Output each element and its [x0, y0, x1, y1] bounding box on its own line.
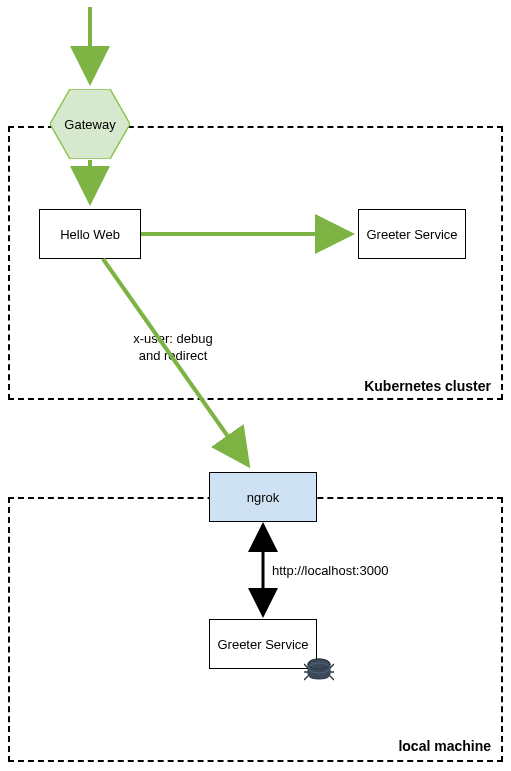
kubernetes-cluster-box: [8, 126, 503, 400]
hello-web-node: Hello Web: [39, 209, 141, 259]
localhost-label: http://localhost:3000: [272, 563, 422, 580]
debug-redirect-label: x-user: debug and redirect: [118, 331, 228, 365]
gateway-node: Gateway: [50, 89, 130, 159]
kubernetes-cluster-label: Kubernetes cluster: [364, 378, 491, 394]
svg-line-8: [304, 676, 308, 680]
greeter-service-top-label: Greeter Service: [366, 227, 457, 242]
ngrok-label: ngrok: [247, 490, 280, 505]
local-machine-label: local machine: [398, 738, 491, 754]
diagram-canvas: Kubernetes cluster local machine Gateway…: [0, 0, 511, 771]
greeter-service-top-node: Greeter Service: [358, 209, 466, 259]
svg-line-5: [330, 664, 334, 668]
greeter-service-bottom-node: Greeter Service: [209, 619, 317, 669]
svg-line-4: [304, 664, 308, 668]
ngrok-node: ngrok: [209, 472, 317, 522]
gateway-label: Gateway: [64, 117, 115, 132]
bug-icon: [304, 654, 334, 684]
svg-line-9: [330, 676, 334, 680]
greeter-service-bottom-label: Greeter Service: [217, 637, 308, 652]
hello-web-label: Hello Web: [60, 227, 120, 242]
